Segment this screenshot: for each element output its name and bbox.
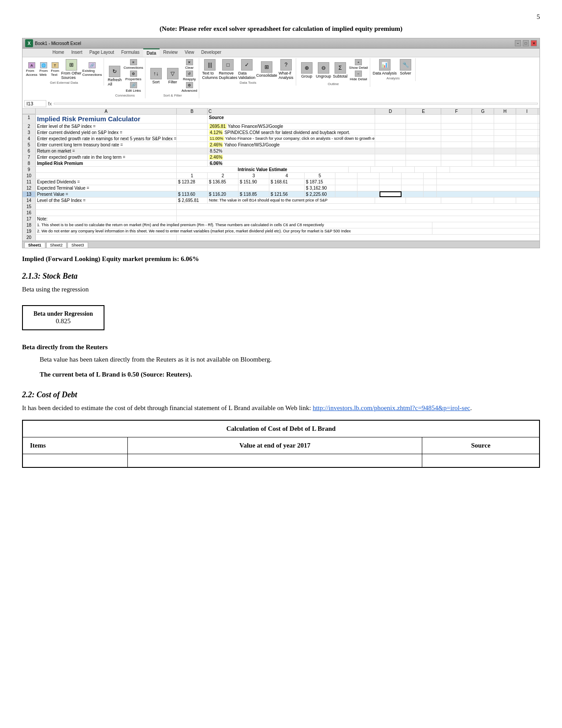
cell-2C[interactable]: 2695.81 Yahoo Finance/WSJ/Google	[208, 123, 375, 129]
cell-2F[interactable]	[441, 123, 472, 129]
sheet-tab-sheet2[interactable]: Sheet2	[46, 242, 67, 248]
cell-4J[interactable]	[538, 136, 540, 142]
cell-4C[interactable]: 11.00% Yahoo Finance - Search for your c…	[208, 136, 375, 142]
cell-12A[interactable]: Expected Terminal Value =	[36, 185, 177, 191]
cell-12J[interactable]	[402, 185, 424, 191]
cell-13A[interactable]: Present Value =	[36, 191, 177, 197]
cell-2H[interactable]	[494, 123, 516, 129]
cell-11K[interactable]	[424, 179, 437, 185]
cell-9I[interactable]	[393, 167, 415, 172]
cell-12K[interactable]	[424, 185, 437, 191]
cell-10B[interactable]: 1	[177, 173, 208, 179]
cell-11C[interactable]: $ 136.85	[208, 179, 238, 185]
col-header-D[interactable]: D	[375, 108, 406, 114]
cell-12E[interactable]	[269, 185, 305, 191]
cell-5I[interactable]	[516, 142, 538, 148]
from-access-button[interactable]: A FromAccess	[26, 62, 37, 77]
cell-5D[interactable]	[375, 142, 406, 148]
clear-button[interactable]: ✕ Clear	[182, 59, 197, 70]
formula-input[interactable]	[54, 103, 538, 105]
cell-11A[interactable]: Expected Dividends =	[36, 179, 177, 185]
data-analysis-button[interactable]: 📊 Data Analysis	[373, 59, 397, 75]
cell-13D[interactable]: $ 118.85	[238, 191, 269, 197]
cell-7J[interactable]	[538, 154, 540, 160]
ungroup-button[interactable]: ⊖ Ungroup	[316, 62, 331, 78]
cell-14G[interactable]	[472, 198, 494, 203]
existing-connections-button[interactable]: 🔗 ExistingConnections	[82, 62, 102, 77]
cell-14C[interactable]: Note: The value in cell B14 should equal…	[208, 198, 375, 203]
col-header-F[interactable]: F	[441, 108, 472, 114]
cell-10J[interactable]	[402, 173, 424, 179]
cell-13I[interactable]	[380, 191, 402, 197]
cell-5F[interactable]	[441, 142, 472, 148]
ribbon-tab-formulas[interactable]: Formulas	[118, 49, 143, 57]
cell-13C[interactable]: $ 116.20	[208, 191, 238, 197]
irol-sec-link[interactable]: http://investors.lb.com/phoenix.zhtml?c=…	[313, 404, 470, 411]
cell-8J[interactable]	[538, 161, 540, 166]
cell-8D[interactable]	[375, 161, 406, 166]
cell-7F[interactable]	[441, 154, 472, 160]
cell-1E[interactable]	[406, 115, 441, 123]
cell-4I[interactable]	[516, 136, 538, 142]
cell-3B[interactable]	[177, 130, 208, 135]
cell-8I[interactable]	[516, 161, 538, 166]
cell-13F[interactable]: $ 2,225.60	[305, 191, 335, 197]
cell-5H[interactable]	[494, 142, 516, 148]
properties-button[interactable]: ⚙ Properties	[123, 71, 143, 81]
cell-6J[interactable]	[538, 148, 540, 154]
cell-11D[interactable]: $ 151.90	[238, 179, 269, 185]
cell-1H[interactable]	[494, 115, 516, 123]
text-to-columns-button[interactable]: ||| Text toColumns	[202, 59, 218, 80]
col-header-J[interactable]: J	[538, 108, 540, 114]
cell-13K[interactable]	[424, 191, 437, 197]
data-validation-button[interactable]: ✓ DataValidation	[238, 59, 255, 80]
cell-1A[interactable]: Implied Risk Premium Calculator	[36, 115, 177, 123]
cell-10A[interactable]	[36, 173, 177, 179]
maximize-button[interactable]: □	[523, 40, 529, 46]
cell-12B[interactable]	[177, 185, 208, 191]
cell-10G[interactable]	[335, 173, 357, 179]
cell-13B[interactable]: $ 113.60	[177, 191, 208, 197]
cell-3D[interactable]	[375, 130, 406, 135]
ribbon-tab-insert[interactable]: Insert	[68, 49, 86, 57]
cell-1B[interactable]	[177, 115, 208, 123]
cell-1J[interactable]	[538, 115, 540, 123]
cell-1C[interactable]: Source	[208, 115, 375, 123]
cell-12H[interactable]	[357, 185, 380, 191]
cell-8C[interactable]: 6.06%	[208, 161, 375, 166]
connections-button[interactable]: ≡ Connections	[123, 59, 143, 70]
cell-2E[interactable]	[406, 123, 441, 129]
cell-8B[interactable]	[177, 161, 208, 166]
col-header-I[interactable]: I	[516, 108, 538, 114]
cell-14A[interactable]: Level of the S&P Index =	[36, 198, 177, 203]
cell-9H[interactable]	[371, 167, 393, 172]
close-button[interactable]: ✕	[531, 40, 537, 46]
ribbon-tab-pagelayout[interactable]: Page Layout	[86, 49, 118, 57]
cell-3H[interactable]	[494, 130, 516, 135]
cell-13E[interactable]: $ 121.56	[269, 191, 305, 197]
cell-8E[interactable]	[406, 161, 441, 166]
cell-5J[interactable]	[538, 142, 540, 148]
cell-7C[interactable]: 2.46%	[208, 154, 375, 160]
cell-13G[interactable]	[335, 191, 357, 197]
cell-4D[interactable]	[375, 136, 406, 142]
cell-12C[interactable]	[208, 185, 238, 191]
consolidate-button[interactable]: ⊞ Consolidate	[256, 61, 277, 78]
cell-14H[interactable]	[494, 198, 516, 203]
cell-13J[interactable]	[402, 191, 424, 197]
cell-7E[interactable]	[406, 154, 441, 160]
cell-8F[interactable]	[441, 161, 472, 166]
cell-1I[interactable]	[516, 115, 538, 123]
cell-15A[interactable]	[36, 204, 177, 209]
cell-18A[interactable]: 1. This sheet is to be used to calculate…	[36, 222, 432, 228]
col-header-E[interactable]: E	[406, 108, 441, 114]
cell-6A[interactable]: Return on market =	[36, 148, 177, 154]
cell-7H[interactable]	[494, 154, 516, 160]
cell-20A[interactable]	[36, 235, 177, 240]
cell-14B[interactable]: $ 2,695.81	[177, 198, 208, 203]
cell-8G[interactable]	[472, 161, 494, 166]
cell-4A[interactable]: Enter expected growth rate in earnings f…	[36, 136, 177, 142]
cell-6I[interactable]	[516, 148, 538, 154]
col-header-H[interactable]: H	[494, 108, 516, 114]
cell-1F[interactable]	[441, 115, 472, 123]
